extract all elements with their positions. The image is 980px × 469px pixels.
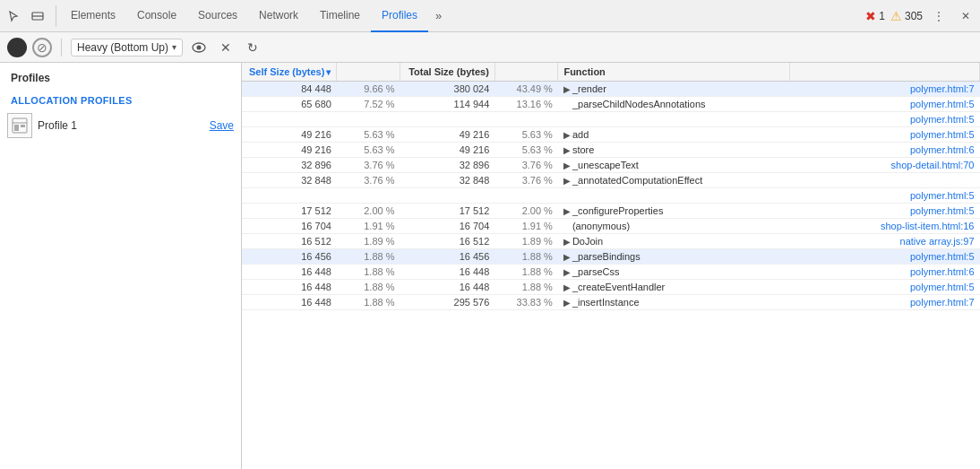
cell-total-pct: 1.88 % — [494, 265, 558, 280]
cell-total: 295 576 — [400, 295, 494, 310]
cell-self-pct: 5.63 % — [337, 127, 400, 143]
cell-fn: ▶_render — [558, 82, 790, 97]
cell-src[interactable]: polymer.html:5 — [790, 97, 980, 112]
col-total-pct — [494, 63, 558, 82]
col-self-size[interactable]: Self Size (bytes)▾ — [242, 63, 337, 82]
cell-self-pct: 1.91 % — [337, 219, 400, 234]
cell-self-pct: 1.88 % — [337, 265, 400, 280]
profile-name: Profile 1 — [38, 119, 204, 132]
close-button[interactable]: ✕ — [955, 5, 976, 27]
cell-src[interactable]: polymer.html:6 — [790, 265, 980, 280]
cell-src[interactable]: native array.js:97 — [790, 234, 980, 249]
cell-src[interactable]: shop-detail.html:70 — [790, 158, 980, 173]
tab-timeline[interactable]: Timeline — [309, 0, 371, 32]
table-row[interactable]: 65 680 7.52 % 114 944 13.16 % ▶_parseChi… — [242, 97, 980, 112]
dock-icon[interactable] — [27, 5, 48, 27]
cell-self-pct: 5.63 % — [337, 143, 400, 158]
stop-button[interactable]: ⊘ — [32, 38, 52, 57]
tab-elements[interactable]: Elements — [60, 0, 126, 32]
nav-tabs: Elements Console Sources Network Timelin… — [60, 0, 865, 32]
cell-src[interactable]: polymer.html:5 — [790, 127, 980, 143]
cell-src[interactable]: polymer.html:7 — [790, 82, 980, 97]
sidebar-profile-item[interactable]: Profile 1 Save — [0, 109, 241, 142]
dropdown-label: Heavy (Bottom Up) — [77, 41, 168, 54]
cell-fn: ▶(anonymous) — [558, 219, 790, 234]
table-row[interactable]: 16 448 1.88 % 16 448 1.88 % ▶_createEven… — [242, 280, 980, 295]
view-dropdown[interactable]: Heavy (Bottom Up) ▾ — [71, 39, 183, 56]
refresh-button[interactable]: ↻ — [242, 37, 263, 58]
cell-fn — [558, 188, 790, 204]
col-total-size[interactable]: Total Size (bytes) — [400, 63, 494, 82]
tab-profiles[interactable]: Profiles — [371, 0, 428, 32]
cell-fn: ▶_configureProperties — [558, 204, 790, 219]
main-layout: Profiles ALLOCATION PROFILES Profile 1 S… — [0, 63, 980, 469]
cell-src[interactable]: polymer.html:6 — [790, 143, 980, 158]
cell-self: 17 512 — [242, 204, 337, 219]
cell-total-pct: 5.63 % — [494, 127, 558, 143]
more-options-button[interactable]: ⋮ — [928, 5, 950, 27]
cell-total-pct: 13.16 % — [494, 97, 558, 112]
table-row[interactable]: 16 512 1.89 % 16 512 1.89 % ▶DoJoin nati… — [242, 234, 980, 249]
cell-total-pct — [494, 112, 558, 127]
warning-count: 305 — [905, 10, 923, 22]
cell-total-pct: 33.83 % — [494, 295, 558, 310]
table-row[interactable]: 32 896 3.76 % 32 896 3.76 % ▶_unescapeTe… — [242, 158, 980, 173]
col-function: Function — [558, 63, 790, 82]
col-source — [790, 63, 980, 82]
cell-src[interactable]: shop-list-item.html:16 — [790, 219, 980, 234]
record-button[interactable] — [7, 38, 27, 57]
table-row[interactable]: polymer.html:5 — [242, 188, 980, 204]
sidebar-alloc-title: ALLOCATION PROFILES — [0, 88, 241, 109]
cell-fn: ▶DoJoin — [558, 234, 790, 249]
cell-src[interactable] — [790, 173, 980, 188]
cell-src[interactable]: polymer.html:5 — [790, 204, 980, 219]
table-row[interactable]: 17 512 2.00 % 17 512 2.00 % ▶_configureP… — [242, 204, 980, 219]
profile-icon — [7, 113, 32, 138]
table-row[interactable]: 49 216 5.63 % 49 216 5.63 % ▶store polym… — [242, 143, 980, 158]
tab-network[interactable]: Network — [248, 0, 309, 32]
table-row[interactable]: 16 448 1.88 % 16 448 1.88 % ▶_parseCss p… — [242, 265, 980, 280]
eye-button[interactable] — [188, 37, 210, 58]
cell-src[interactable]: polymer.html:5 — [790, 249, 980, 265]
cell-fn: ▶_parseBindings — [558, 249, 790, 265]
cell-self-pct: 1.88 % — [337, 295, 400, 310]
dropdown-arrow-icon: ▾ — [172, 42, 176, 52]
cell-fn: ▶_parseChildNodesAnnotations — [558, 97, 790, 112]
cell-self-pct: 9.66 % — [337, 82, 400, 97]
cursor-icon[interactable] — [4, 5, 25, 27]
cell-self — [242, 188, 337, 204]
content-panel: Self Size (bytes)▾ Total Size (bytes) Fu… — [242, 63, 980, 469]
table-row[interactable]: 16 456 1.88 % 16 456 1.88 % ▶_parseBindi… — [242, 249, 980, 265]
cell-total: 16 448 — [400, 265, 494, 280]
cell-src[interactable]: polymer.html:5 — [790, 112, 980, 127]
cell-self-pct: 1.88 % — [337, 280, 400, 295]
cell-self-pct: 3.76 % — [337, 158, 400, 173]
table-row[interactable]: 49 216 5.63 % 49 216 5.63 % ▶add polymer… — [242, 127, 980, 143]
cell-total: 49 216 — [400, 127, 494, 143]
profile-table: Self Size (bytes)▾ Total Size (bytes) Fu… — [242, 63, 980, 310]
table-row[interactable]: 16 704 1.91 % 16 704 1.91 % ▶(anonymous)… — [242, 219, 980, 234]
cell-self-pct: 2.00 % — [337, 204, 400, 219]
cell-src[interactable]: polymer.html:7 — [790, 295, 980, 310]
cell-fn: ▶_unescapeText — [558, 158, 790, 173]
cell-total — [400, 188, 494, 204]
cell-self: 32 896 — [242, 158, 337, 173]
cell-fn: ▶store — [558, 143, 790, 158]
table-row[interactable]: 84 448 9.66 % 380 024 43.49 % ▶_render p… — [242, 82, 980, 97]
table-row[interactable]: 16 448 1.88 % 295 576 33.83 % ▶_insertIn… — [242, 295, 980, 310]
cell-total-pct: 1.88 % — [494, 249, 558, 265]
cell-src[interactable]: polymer.html:5 — [790, 280, 980, 295]
cell-self-pct: 1.89 % — [337, 234, 400, 249]
save-link[interactable]: Save — [210, 119, 234, 132]
table-row[interactable]: polymer.html:5 — [242, 112, 980, 127]
cell-self: 16 448 — [242, 265, 337, 280]
svg-rect-7 — [21, 125, 25, 127]
tab-console[interactable]: Console — [126, 0, 187, 32]
cell-total-pct: 1.89 % — [494, 234, 558, 249]
table-row[interactable]: 32 848 3.76 % 32 848 3.76 % ▶_annotatedC… — [242, 173, 980, 188]
clear-button[interactable]: ✕ — [215, 37, 236, 58]
tab-more[interactable]: » — [428, 0, 449, 32]
cell-total-pct: 43.49 % — [494, 82, 558, 97]
tab-sources[interactable]: Sources — [187, 0, 248, 32]
cell-src[interactable]: polymer.html:5 — [790, 188, 980, 204]
